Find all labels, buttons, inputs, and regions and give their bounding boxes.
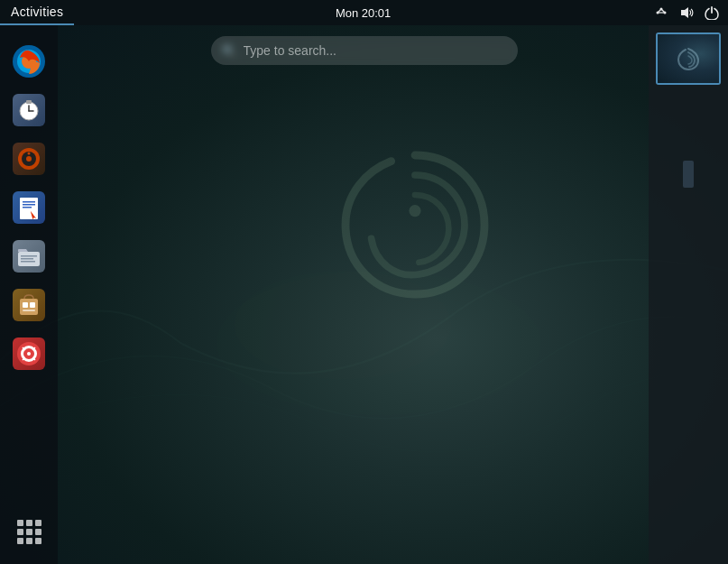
topbar-datetime[interactable]: Mon 20:01 bbox=[74, 6, 652, 20]
desktop bbox=[0, 0, 728, 564]
dock-item-appstore[interactable] bbox=[7, 283, 51, 327]
svg-rect-32 bbox=[23, 310, 35, 311]
topbar: Activities Mon 20:01 bbox=[0, 0, 728, 25]
svg-point-19 bbox=[26, 156, 32, 162]
svg-rect-23 bbox=[23, 204, 35, 206]
svg-rect-24 bbox=[23, 207, 32, 208]
sound-icon[interactable] bbox=[677, 4, 696, 22]
dock-item-firefox[interactable] bbox=[7, 40, 51, 83]
show-apps-button[interactable] bbox=[7, 510, 51, 553]
svg-marker-9 bbox=[681, 7, 688, 18]
thumbnail-preview bbox=[658, 34, 719, 83]
svg-rect-31 bbox=[30, 302, 35, 308]
svg-point-20 bbox=[28, 153, 31, 155]
dock-item-datetime[interactable] bbox=[7, 88, 51, 132]
svg-rect-30 bbox=[23, 302, 28, 308]
svg-point-2 bbox=[409, 205, 420, 217]
search-container: 🔍 bbox=[211, 36, 518, 65]
workspace-thumbnail-1[interactable] bbox=[656, 32, 721, 85]
dock bbox=[0, 25, 58, 564]
svg-rect-16 bbox=[26, 100, 32, 104]
power-icon[interactable] bbox=[703, 4, 721, 22]
activities-button[interactable]: Activities bbox=[0, 0, 74, 25]
svg-rect-26 bbox=[21, 255, 37, 257]
dock-item-writer[interactable] bbox=[7, 186, 51, 229]
panel-resize-handle[interactable] bbox=[683, 161, 694, 188]
svg-rect-28 bbox=[21, 261, 35, 263]
network-icon[interactable] bbox=[652, 4, 670, 22]
svg-rect-27 bbox=[21, 258, 33, 260]
dock-item-files[interactable] bbox=[7, 235, 51, 278]
search-input[interactable] bbox=[211, 36, 518, 65]
topbar-system-icons bbox=[652, 4, 728, 22]
svg-rect-22 bbox=[23, 201, 35, 203]
workspace-thumbnail-panel bbox=[649, 25, 728, 564]
dock-item-sound[interactable] bbox=[7, 137, 51, 180]
svg-line-6 bbox=[658, 9, 661, 13]
svg-rect-21 bbox=[20, 198, 38, 219]
debian-swirl-logo bbox=[316, 135, 514, 334]
svg-line-7 bbox=[661, 9, 665, 13]
svg-point-36 bbox=[27, 352, 31, 356]
apps-grid-icon bbox=[17, 520, 41, 544]
dock-item-help[interactable] bbox=[7, 332, 51, 375]
